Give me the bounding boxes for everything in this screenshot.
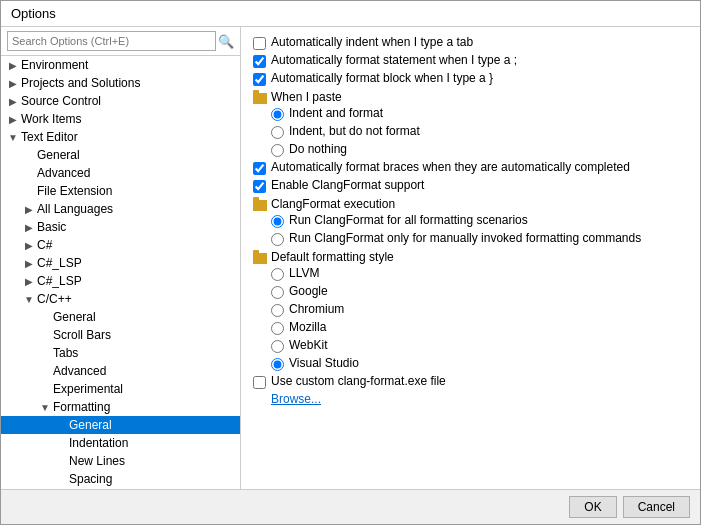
- expand-icon[interactable]: ▶: [5, 96, 21, 107]
- expand-icon[interactable]: ▶: [21, 240, 37, 251]
- tree-item-source-control[interactable]: ▶Source Control: [1, 92, 240, 110]
- checkbox-auto-format-braces[interactable]: [253, 162, 266, 175]
- option-row-run-clangformat-manual: Run ClangFormat only for manually invoke…: [253, 231, 688, 246]
- options-dialog: Options 🔍 ▶Environment▶Projects and Solu…: [0, 0, 701, 525]
- option-row-enable-clangformat: Enable ClangFormat support: [253, 178, 688, 193]
- search-input[interactable]: [7, 31, 216, 51]
- tree-item-label: Work Items: [21, 112, 240, 126]
- option-row-style-chromium: Chromium: [253, 302, 688, 317]
- tree-item-label: All Languages: [37, 202, 240, 216]
- tree-item-te-file-ext[interactable]: File Extension: [1, 182, 240, 200]
- radio-style-chromium[interactable]: [271, 304, 284, 317]
- expand-icon[interactable]: ▶: [21, 204, 37, 215]
- option-row-style-webkit: WebKit: [253, 338, 688, 353]
- expand-icon[interactable]: ▼: [21, 294, 37, 305]
- tree-item-label: Text Editor: [21, 130, 240, 144]
- radio-style-webkit[interactable]: [271, 340, 284, 353]
- tree-item-cpp-general[interactable]: General: [1, 308, 240, 326]
- tree-item-cpp-scrollbars[interactable]: Scroll Bars: [1, 326, 240, 344]
- dialog-footer: OK Cancel: [1, 489, 700, 524]
- checkbox-enable-clangformat[interactable]: [253, 180, 266, 193]
- tree-item-label: General: [69, 418, 240, 432]
- radio-run-clangformat-all[interactable]: [271, 215, 284, 228]
- option-row-when-paste-header: When I paste: [253, 90, 688, 104]
- expand-icon[interactable]: ▶: [5, 114, 21, 125]
- radio-label-style-mozilla: Mozilla: [289, 320, 326, 334]
- option-row-auto-indent: Automatically indent when I type a tab: [253, 35, 688, 50]
- tree-item-environment[interactable]: ▶Environment: [1, 56, 240, 74]
- expand-icon[interactable]: ▼: [37, 402, 53, 413]
- tree-item-cpp-fmt-indentation[interactable]: Indentation: [1, 434, 240, 452]
- tree-item-label: General: [53, 310, 240, 324]
- expand-icon[interactable]: ▶: [21, 222, 37, 233]
- tree-item-label: New Lines: [69, 454, 240, 468]
- checkbox-auto-format-stmt[interactable]: [253, 55, 266, 68]
- section-header-label: Default formatting style: [271, 250, 394, 264]
- option-row-style-google: Google: [253, 284, 688, 299]
- tree-item-work-items[interactable]: ▶Work Items: [1, 110, 240, 128]
- radio-style-llvm[interactable]: [271, 268, 284, 281]
- tree-item-cpp-advanced[interactable]: Advanced: [1, 362, 240, 380]
- tree-item-text-editor[interactable]: ▼Text Editor: [1, 128, 240, 146]
- dialog-body: 🔍 ▶Environment▶Projects and Solutions▶So…: [1, 27, 700, 489]
- checkbox-use-custom-clangformat[interactable]: [253, 376, 266, 389]
- checkbox-label-enable-clangformat: Enable ClangFormat support: [271, 178, 424, 192]
- browse-link[interactable]: Browse...: [271, 392, 321, 406]
- tree-item-cpp-formatting[interactable]: ▼Formatting: [1, 398, 240, 416]
- search-icon[interactable]: 🔍: [218, 34, 234, 49]
- checkbox-auto-format-block[interactable]: [253, 73, 266, 86]
- radio-style-google[interactable]: [271, 286, 284, 299]
- folder-icon: [253, 200, 267, 211]
- option-row-run-clangformat-all: Run ClangFormat for all formatting scena…: [253, 213, 688, 228]
- tree-item-cpp-experimental[interactable]: Experimental: [1, 380, 240, 398]
- section-header-label: When I paste: [271, 90, 342, 104]
- option-row-clangformat-exec-header: ClangFormat execution: [253, 197, 688, 211]
- folder-icon: [253, 253, 267, 264]
- radio-label-style-vstudio: Visual Studio: [289, 356, 359, 370]
- tree-item-basic[interactable]: ▶Basic: [1, 218, 240, 236]
- expand-icon[interactable]: ▼: [5, 132, 21, 143]
- radio-label-run-clangformat-manual: Run ClangFormat only for manually invoke…: [289, 231, 641, 245]
- radio-indent-only[interactable]: [271, 126, 284, 139]
- tree-item-cpp-tabs[interactable]: Tabs: [1, 344, 240, 362]
- expand-icon[interactable]: ▶: [5, 78, 21, 89]
- radio-style-mozilla[interactable]: [271, 322, 284, 335]
- ok-button[interactable]: OK: [569, 496, 616, 518]
- expand-icon[interactable]: ▶: [5, 60, 21, 71]
- tree-item-label: General: [37, 148, 240, 162]
- radio-do-nothing[interactable]: [271, 144, 284, 157]
- right-panel: Automatically indent when I type a tabAu…: [241, 27, 700, 489]
- tree-item-label: Advanced: [53, 364, 240, 378]
- option-row-use-custom-clangformat: Use custom clang-format.exe file: [253, 374, 688, 389]
- cancel-button[interactable]: Cancel: [623, 496, 690, 518]
- radio-label-indent-format: Indent and format: [289, 106, 383, 120]
- search-box: 🔍: [1, 27, 240, 56]
- tree-item-cpp[interactable]: ▼C/C++: [1, 290, 240, 308]
- radio-run-clangformat-manual[interactable]: [271, 233, 284, 246]
- tree-item-csharp-lsp[interactable]: ▶C#_LSP: [1, 254, 240, 272]
- checkbox-auto-indent[interactable]: [253, 37, 266, 50]
- radio-indent-format[interactable]: [271, 108, 284, 121]
- option-row-style-vstudio: Visual Studio: [253, 356, 688, 371]
- radio-label-do-nothing: Do nothing: [289, 142, 347, 156]
- expand-icon[interactable]: ▶: [21, 258, 37, 269]
- tree-item-cpp-fmt-spacing[interactable]: Spacing: [1, 470, 240, 488]
- tree-item-te-general[interactable]: General: [1, 146, 240, 164]
- tree-item-all-langs[interactable]: ▶All Languages: [1, 200, 240, 218]
- tree-item-csharp-lsp2[interactable]: ▶C#_LSP: [1, 272, 240, 290]
- option-row-default-style-header: Default formatting style: [253, 250, 688, 264]
- tree-item-te-advanced[interactable]: Advanced: [1, 164, 240, 182]
- tree-item-cpp-fmt-newlines[interactable]: New Lines: [1, 452, 240, 470]
- left-panel: 🔍 ▶Environment▶Projects and Solutions▶So…: [1, 27, 241, 489]
- tree-item-cpp-fmt-general[interactable]: General: [1, 416, 240, 434]
- section-header-label: ClangFormat execution: [271, 197, 395, 211]
- radio-label-style-webkit: WebKit: [289, 338, 327, 352]
- radio-style-vstudio[interactable]: [271, 358, 284, 371]
- tree-item-csharp[interactable]: ▶C#: [1, 236, 240, 254]
- option-row-auto-format-block: Automatically format block when I type a…: [253, 71, 688, 86]
- checkbox-label-use-custom-clangformat: Use custom clang-format.exe file: [271, 374, 446, 388]
- dialog-title: Options: [1, 1, 700, 27]
- expand-icon[interactable]: ▶: [21, 276, 37, 287]
- tree-item-projects[interactable]: ▶Projects and Solutions: [1, 74, 240, 92]
- checkbox-label-auto-format-block: Automatically format block when I type a…: [271, 71, 493, 85]
